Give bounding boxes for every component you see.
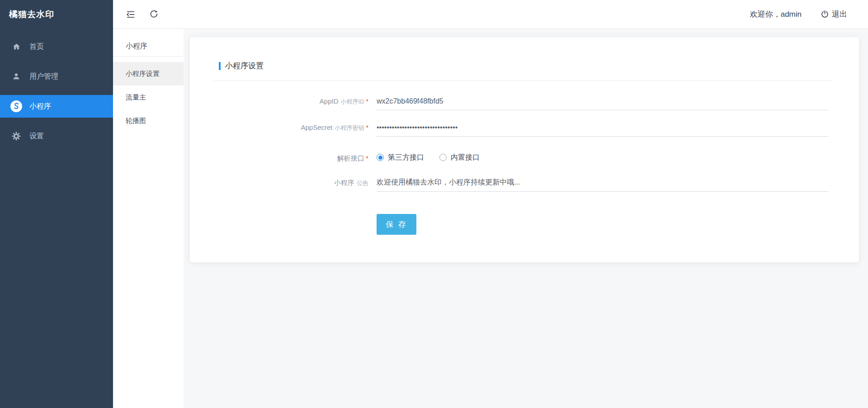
parse-api-label: 解析接口* [190, 145, 368, 163]
sidebar-item-settings[interactable]: 设置 [0, 121, 113, 151]
announcement-input[interactable] [377, 174, 829, 192]
appid-input[interactable] [377, 92, 829, 110]
submenu-item-miniprogram-settings[interactable]: 小程序设置 [113, 62, 184, 85]
home-icon [10, 40, 23, 53]
save-button[interactable]: 保 存 [377, 214, 416, 235]
title-divider [213, 81, 833, 81]
form-row-appsecret: AppSecret小程序密钥* [190, 119, 859, 137]
welcome-text: 欢迎你，admin [750, 9, 802, 19]
power-icon [821, 10, 829, 19]
required-asterisk: * [366, 98, 368, 105]
radio-selected-icon [377, 154, 384, 161]
card-title-row: 小程序设置 [219, 61, 833, 71]
required-asterisk: * [366, 155, 368, 162]
radio-unselected-icon [439, 154, 447, 161]
refresh-icon[interactable] [149, 9, 159, 19]
app-logo: 橘猫去水印 [0, 0, 113, 29]
topbar: 欢迎你，admin 退出 [113, 0, 868, 29]
submenu-item-traffic-owner[interactable]: 流量主 [113, 85, 184, 109]
form-row-save: 保 存 [190, 214, 859, 235]
sidebar-item-label: 用户管理 [29, 72, 58, 81]
sidebar-item-users[interactable]: 用户管理 [0, 62, 113, 91]
form-row-announcement: 小程序公告 [190, 174, 859, 192]
sidebar-item-label: 小程序 [29, 102, 51, 111]
submenu-header: 小程序 [113, 36, 184, 56]
required-asterisk: * [366, 124, 368, 131]
appsecret-input[interactable] [377, 119, 829, 137]
gear-icon [10, 130, 23, 142]
secondary-sidebar: 小程序 小程序设置 流量主 轮播图 [113, 29, 184, 408]
appsecret-label: AppSecret小程序密钥* [190, 119, 368, 137]
appid-label: AppID小程序ID* [190, 92, 368, 110]
miniprogram-icon [10, 100, 23, 113]
sidebar-item-miniprogram[interactable]: 小程序 [0, 95, 113, 118]
settings-form: AppID小程序ID* AppSecret小程序密钥* 解析接口* [190, 92, 859, 243]
sidebar-item-label: 首页 [29, 42, 44, 52]
settings-card: 小程序设置 AppID小程序ID* AppSecret小程序密钥* [190, 37, 859, 262]
logout-label: 退出 [832, 9, 847, 19]
radio-label: 第三方接口 [388, 153, 424, 162]
announcement-label: 小程序公告 [190, 174, 368, 192]
sidebar-item-home[interactable]: 首页 [0, 32, 113, 62]
form-row-parse-api: 解析接口* 第三方接口 内置接口 [190, 145, 859, 163]
content-area: 小程序设置 AppID小程序ID* AppSecret小程序密钥* [184, 29, 868, 408]
primary-sidebar: 橘猫去水印 首页 用户管理 小程序 [0, 0, 113, 408]
submenu-item-carousel[interactable]: 轮播图 [113, 109, 184, 133]
radio-builtin-api[interactable]: 内置接口 [439, 153, 480, 162]
title-accent-bar [219, 62, 221, 70]
form-row-appid: AppID小程序ID* [190, 92, 859, 110]
topbar-right: 欢迎你，admin 退出 [750, 9, 868, 19]
submenu-divider [113, 56, 184, 57]
menu-fold-icon[interactable] [126, 9, 136, 19]
primary-menu: 首页 用户管理 小程序 [0, 29, 113, 151]
sidebar-item-label: 设置 [29, 132, 44, 141]
radio-third-party-api[interactable]: 第三方接口 [377, 153, 424, 162]
page-title: 小程序设置 [225, 61, 264, 71]
radio-label: 内置接口 [451, 153, 480, 162]
user-icon [10, 70, 23, 83]
logout-button[interactable]: 退出 [821, 9, 847, 19]
